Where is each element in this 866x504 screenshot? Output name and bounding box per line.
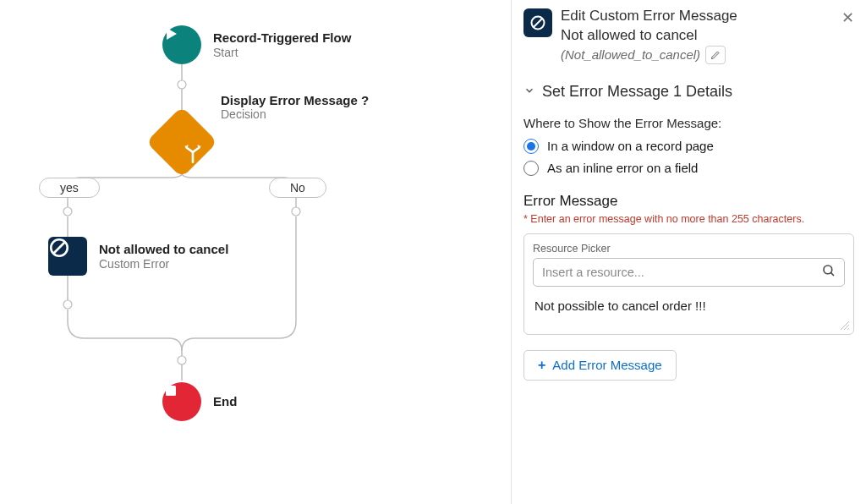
- decision-icon: [146, 107, 218, 178]
- svg-line-22: [847, 328, 849, 330]
- stop-icon: [162, 382, 201, 421]
- close-button[interactable]: ✕: [841, 8, 854, 27]
- svg-marker-9: [167, 28, 177, 40]
- svg-line-19: [830, 272, 834, 276]
- play-icon: [162, 25, 201, 64]
- error-message-text[interactable]: Not possible to cancel order !!!: [533, 287, 845, 332]
- error-subtitle: Custom Error: [99, 257, 228, 271]
- radio-window-label: In a window on a record page: [547, 139, 714, 153]
- node-end[interactable]: End: [162, 382, 237, 421]
- add-button-label: Add Error Message: [552, 358, 661, 372]
- radio-inline[interactable]: As an inline error on a field: [523, 161, 854, 176]
- svg-point-3: [292, 207, 300, 216]
- search-icon: [821, 263, 836, 282]
- branch-no-label: No: [290, 181, 305, 194]
- resource-picker-label: Resource Picker: [533, 243, 845, 255]
- required-hint: * Enter an error message with no more th…: [523, 213, 854, 225]
- property-panel: ✕ Edit Custom Error Message Not allowed …: [511, 0, 866, 504]
- branch-yes-label: yes: [60, 181, 79, 194]
- node-decision[interactable]: Display Error Message ? Decision: [156, 117, 369, 167]
- where-label: Where to Show the Error Message:: [523, 116, 854, 130]
- edit-api-name-button[interactable]: [705, 46, 726, 64]
- svg-line-14: [54, 243, 65, 254]
- start-title: Record-Triggered Flow: [213, 30, 351, 45]
- svg-line-17: [534, 19, 542, 27]
- panel-header: Edit Custom Error Message Not allowed to…: [523, 7, 854, 64]
- node-custom-error[interactable]: Not allowed to cancel Custom Error: [48, 237, 228, 276]
- decision-title: Display Error Message ?: [221, 93, 369, 107]
- branch-pill-yes[interactable]: yes: [39, 178, 100, 198]
- plus-icon: +: [538, 358, 545, 373]
- branch-pill-no[interactable]: No: [269, 178, 326, 198]
- resource-picker-input[interactable]: [533, 258, 845, 287]
- svg-point-6: [63, 300, 72, 309]
- panel-title-2: Not allowed to cancel: [561, 26, 737, 46]
- error-icon: [48, 237, 87, 276]
- flow-canvas: Record-Triggered Flow Start Display: [0, 0, 511, 504]
- radio-inline-label: As an inline error on a field: [547, 161, 698, 175]
- section-toggle[interactable]: Set Error Message 1 Details: [523, 83, 854, 101]
- svg-point-1: [178, 80, 186, 89]
- radio-icon-unselected: [523, 161, 539, 176]
- svg-point-2: [63, 207, 72, 216]
- error-message-box: Resource Picker Not possible to cancel o…: [523, 233, 854, 335]
- end-title: End: [213, 394, 237, 408]
- start-subtitle: Start: [213, 46, 351, 59]
- radio-icon-selected: [523, 139, 539, 154]
- node-start[interactable]: Record-Triggered Flow Start: [162, 25, 351, 64]
- radio-window[interactable]: In a window on a record page: [523, 139, 854, 154]
- panel-title-1: Edit Custom Error Message: [561, 7, 737, 26]
- add-error-message-button[interactable]: + Add Error Message: [523, 350, 677, 381]
- chevron-down-icon: [523, 83, 535, 101]
- svg-point-8: [178, 356, 186, 364]
- error-title: Not allowed to cancel: [99, 242, 228, 256]
- decision-subtitle: Decision: [221, 107, 369, 121]
- error-message-heading: Error Message: [523, 193, 854, 210]
- panel-header-icon: [523, 8, 552, 37]
- svg-rect-15: [166, 386, 176, 396]
- svg-point-18: [824, 266, 832, 274]
- panel-api-name: (Not_allowed_to_cancel): [561, 47, 700, 63]
- section-title: Set Error Message 1 Details: [542, 83, 732, 101]
